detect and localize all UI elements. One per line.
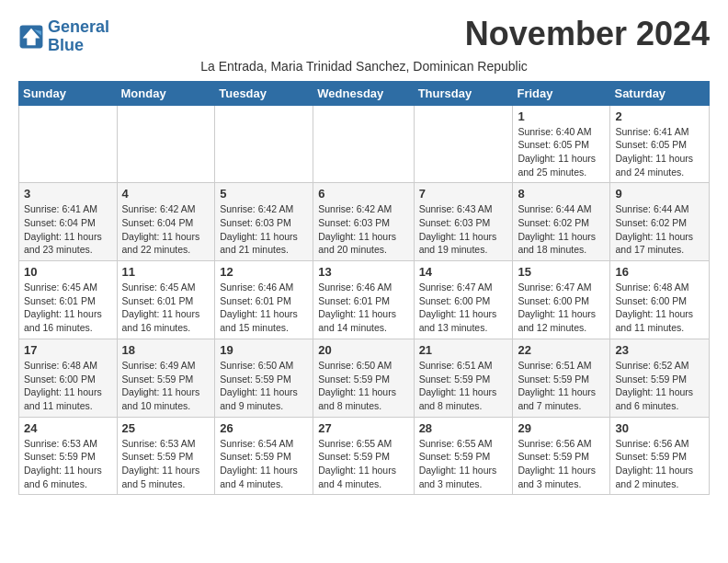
day-number: 29	[518, 421, 605, 435]
day-cell	[19, 105, 118, 183]
day-info: Sunrise: 6:53 AM Sunset: 5:59 PM Dayligh…	[24, 437, 112, 491]
day-cell: 8Sunrise: 6:44 AM Sunset: 6:02 PM Daylig…	[513, 183, 610, 261]
day-cell: 18Sunrise: 6:49 AM Sunset: 5:59 PM Dayli…	[117, 339, 215, 417]
day-number: 6	[318, 187, 408, 201]
day-info: Sunrise: 6:55 AM Sunset: 5:59 PM Dayligh…	[419, 437, 508, 491]
day-number: 26	[220, 421, 308, 435]
day-cell: 16Sunrise: 6:48 AM Sunset: 6:00 PM Dayli…	[610, 261, 710, 339]
day-number: 12	[220, 265, 308, 279]
day-number: 4	[122, 187, 210, 201]
day-number: 18	[122, 343, 210, 357]
day-number: 23	[615, 343, 704, 357]
day-info: Sunrise: 6:53 AM Sunset: 5:59 PM Dayligh…	[122, 437, 210, 491]
week-row-1: 3Sunrise: 6:41 AM Sunset: 6:04 PM Daylig…	[19, 183, 710, 261]
day-info: Sunrise: 6:42 AM Sunset: 6:04 PM Dayligh…	[122, 202, 210, 257]
day-number: 14	[419, 265, 508, 279]
day-number: 7	[419, 187, 508, 201]
subtitle: La Entrada, Maria Trinidad Sanchez, Domi…	[18, 59, 710, 74]
day-info: Sunrise: 6:48 AM Sunset: 6:00 PM Dayligh…	[615, 281, 704, 335]
calendar: SundayMondayTuesdayWednesdayThursdayFrid…	[18, 81, 710, 496]
day-cell: 11Sunrise: 6:45 AM Sunset: 6:01 PM Dayli…	[117, 261, 215, 339]
day-cell: 23Sunrise: 6:52 AM Sunset: 5:59 PM Dayli…	[610, 339, 710, 417]
day-number: 24	[24, 421, 112, 435]
day-info: Sunrise: 6:43 AM Sunset: 6:03 PM Dayligh…	[419, 202, 508, 257]
day-cell: 13Sunrise: 6:46 AM Sunset: 6:01 PM Dayli…	[313, 261, 414, 339]
day-number: 16	[615, 265, 704, 279]
header-day-saturday: Saturday	[610, 81, 710, 105]
day-cell	[117, 105, 215, 183]
header: General Blue November 2024	[18, 15, 710, 55]
day-number: 22	[518, 343, 605, 357]
day-number: 19	[220, 343, 308, 357]
calendar-header: SundayMondayTuesdayWednesdayThursdayFrid…	[19, 81, 710, 105]
day-number: 3	[24, 187, 112, 201]
day-info: Sunrise: 6:42 AM Sunset: 6:03 PM Dayligh…	[220, 202, 308, 257]
day-info: Sunrise: 6:51 AM Sunset: 5:59 PM Dayligh…	[518, 359, 605, 413]
day-cell: 2Sunrise: 6:41 AM Sunset: 6:05 PM Daylig…	[610, 105, 710, 183]
month-title: November 2024	[465, 15, 710, 53]
day-info: Sunrise: 6:48 AM Sunset: 6:00 PM Dayligh…	[24, 359, 112, 413]
day-info: Sunrise: 6:47 AM Sunset: 6:00 PM Dayligh…	[518, 281, 605, 335]
day-info: Sunrise: 6:54 AM Sunset: 5:59 PM Dayligh…	[220, 437, 308, 491]
day-info: Sunrise: 6:56 AM Sunset: 5:59 PM Dayligh…	[518, 437, 605, 491]
day-number: 17	[24, 343, 112, 357]
day-cell: 14Sunrise: 6:47 AM Sunset: 6:00 PM Dayli…	[414, 261, 513, 339]
day-number: 10	[24, 265, 112, 279]
day-info: Sunrise: 6:44 AM Sunset: 6:02 PM Dayligh…	[518, 202, 605, 257]
week-row-0: 1Sunrise: 6:40 AM Sunset: 6:05 PM Daylig…	[19, 105, 710, 183]
day-info: Sunrise: 6:42 AM Sunset: 6:03 PM Dayligh…	[318, 202, 408, 257]
week-row-2: 10Sunrise: 6:45 AM Sunset: 6:01 PM Dayli…	[19, 261, 710, 339]
day-cell: 4Sunrise: 6:42 AM Sunset: 6:04 PM Daylig…	[117, 183, 215, 261]
day-cell: 3Sunrise: 6:41 AM Sunset: 6:04 PM Daylig…	[19, 183, 118, 261]
day-cell: 28Sunrise: 6:55 AM Sunset: 5:59 PM Dayli…	[414, 417, 513, 495]
day-info: Sunrise: 6:50 AM Sunset: 5:59 PM Dayligh…	[220, 359, 308, 413]
day-cell: 27Sunrise: 6:55 AM Sunset: 5:59 PM Dayli…	[313, 417, 414, 495]
day-cell: 9Sunrise: 6:44 AM Sunset: 6:02 PM Daylig…	[610, 183, 710, 261]
day-cell: 21Sunrise: 6:51 AM Sunset: 5:59 PM Dayli…	[414, 339, 513, 417]
day-number: 2	[615, 109, 704, 123]
day-info: Sunrise: 6:49 AM Sunset: 5:59 PM Dayligh…	[122, 359, 210, 413]
day-cell: 25Sunrise: 6:53 AM Sunset: 5:59 PM Dayli…	[117, 417, 215, 495]
logo-line1: General	[48, 17, 109, 36]
day-cell: 10Sunrise: 6:45 AM Sunset: 6:01 PM Dayli…	[19, 261, 118, 339]
day-number: 15	[518, 265, 605, 279]
day-info: Sunrise: 6:46 AM Sunset: 6:01 PM Dayligh…	[318, 281, 408, 335]
day-cell: 22Sunrise: 6:51 AM Sunset: 5:59 PM Dayli…	[513, 339, 610, 417]
day-info: Sunrise: 6:50 AM Sunset: 5:59 PM Dayligh…	[318, 359, 408, 413]
day-cell: 1Sunrise: 6:40 AM Sunset: 6:05 PM Daylig…	[513, 105, 610, 183]
day-cell: 26Sunrise: 6:54 AM Sunset: 5:59 PM Dayli…	[215, 417, 313, 495]
logo-icon	[18, 24, 44, 50]
day-info: Sunrise: 6:44 AM Sunset: 6:02 PM Dayligh…	[615, 202, 704, 257]
header-day-tuesday: Tuesday	[215, 81, 313, 105]
day-number: 1	[518, 109, 605, 123]
day-number: 21	[419, 343, 508, 357]
day-cell: 5Sunrise: 6:42 AM Sunset: 6:03 PM Daylig…	[215, 183, 313, 261]
title-block: November 2024	[465, 15, 710, 53]
header-day-thursday: Thursday	[414, 81, 513, 105]
logo: General Blue	[18, 18, 109, 55]
header-day-monday: Monday	[117, 81, 215, 105]
day-number: 20	[318, 343, 408, 357]
day-cell: 12Sunrise: 6:46 AM Sunset: 6:01 PM Dayli…	[215, 261, 313, 339]
day-number: 5	[220, 187, 308, 201]
header-day-sunday: Sunday	[19, 81, 118, 105]
day-cell: 17Sunrise: 6:48 AM Sunset: 6:00 PM Dayli…	[19, 339, 118, 417]
day-cell: 29Sunrise: 6:56 AM Sunset: 5:59 PM Dayli…	[513, 417, 610, 495]
header-day-friday: Friday	[513, 81, 610, 105]
day-number: 25	[122, 421, 210, 435]
week-row-3: 17Sunrise: 6:48 AM Sunset: 6:00 PM Dayli…	[19, 339, 710, 417]
day-number: 8	[518, 187, 605, 201]
day-number: 30	[615, 421, 704, 435]
day-number: 27	[318, 421, 408, 435]
day-number: 11	[122, 265, 210, 279]
day-info: Sunrise: 6:45 AM Sunset: 6:01 PM Dayligh…	[24, 281, 112, 335]
day-number: 28	[419, 421, 508, 435]
day-cell: 7Sunrise: 6:43 AM Sunset: 6:03 PM Daylig…	[414, 183, 513, 261]
day-cell: 30Sunrise: 6:56 AM Sunset: 5:59 PM Dayli…	[610, 417, 710, 495]
day-number: 9	[615, 187, 704, 201]
day-info: Sunrise: 6:51 AM Sunset: 5:59 PM Dayligh…	[419, 359, 508, 413]
day-info: Sunrise: 6:56 AM Sunset: 5:59 PM Dayligh…	[615, 437, 704, 491]
day-info: Sunrise: 6:41 AM Sunset: 6:04 PM Dayligh…	[24, 202, 112, 257]
week-row-4: 24Sunrise: 6:53 AM Sunset: 5:59 PM Dayli…	[19, 417, 710, 495]
logo-line2: Blue	[48, 36, 84, 54]
